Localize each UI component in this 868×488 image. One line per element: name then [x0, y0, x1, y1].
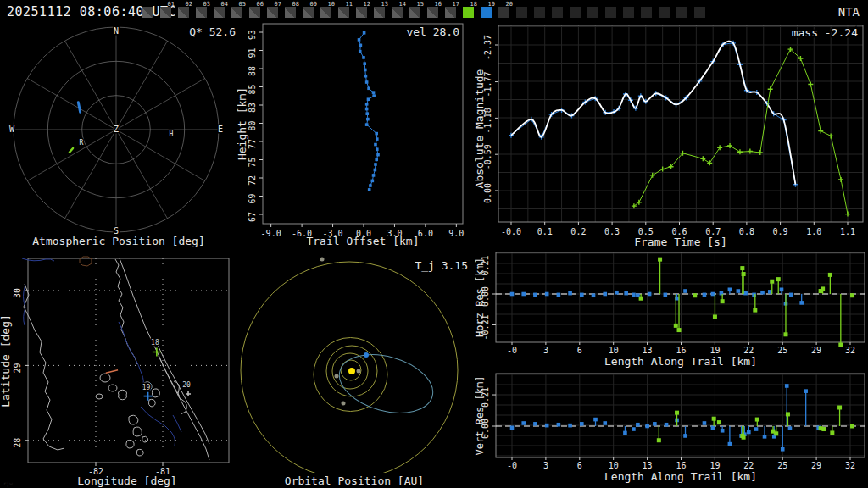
x-tick: 1.1: [840, 227, 855, 236]
y-tick: 77: [248, 139, 257, 149]
plot-title-q: Q* 52.6: [189, 25, 236, 38]
frame-thumb-10[interactable]: 10: [320, 2, 331, 19]
frame-thumb-09[interactable]: 09: [303, 2, 314, 19]
y-tick: 88: [248, 66, 257, 76]
frame-thumb-image: [445, 7, 456, 18]
station-label-20: 20: [182, 381, 191, 389]
y-tick: 91: [248, 47, 257, 58]
top-bar: 20251112 08:06:40 UTC 010203040506070809…: [0, 0, 868, 22]
frame-thumb-11[interactable]: 11: [338, 2, 349, 19]
y-tick: 85: [248, 84, 257, 94]
frame-thumb-image: [659, 7, 670, 18]
x-tick: 0.2: [570, 227, 586, 236]
x-tick: 25: [777, 346, 787, 355]
frame-number: 20: [506, 2, 513, 8]
frame-thumb-x29[interactable]: [659, 2, 670, 19]
frame-thumb-13[interactable]: 13: [374, 2, 385, 19]
frame-thumb-06[interactable]: 06: [249, 2, 260, 19]
blue-residuals-group: [510, 384, 821, 451]
y-tick: 75: [248, 157, 257, 167]
frame-number: 14: [399, 2, 406, 8]
frame-number: 01: [168, 2, 175, 8]
axis-label-atmospheric: Atmospheric Position [deg]: [32, 235, 205, 247]
frame-number: 17: [453, 2, 459, 8]
frame-thumb-14[interactable]: 14: [392, 2, 403, 19]
frame-thumb-08[interactable]: 08: [285, 2, 296, 19]
axis-label-abs-magnitude: Absolute Magnitude: [475, 69, 486, 188]
frame-thumb-18[interactable]: 18: [463, 2, 474, 19]
frame-number: 16: [435, 2, 442, 8]
frame-thumb-16[interactable]: 16: [427, 2, 438, 19]
x-tick: 1.0: [806, 227, 821, 236]
frame-thumb-x27[interactable]: [623, 2, 634, 19]
axis-label-horz_res: Horz Res [km]: [475, 258, 486, 337]
frame-thumb-x23[interactable]: [552, 2, 563, 19]
x-tick: 3: [543, 346, 548, 355]
frame-thumb-04[interactable]: 04: [214, 2, 225, 19]
trail-offset-panel: -9.0-6.0-3.00.03.06.09.09391888583807775…: [237, 22, 475, 254]
x-tick: 13: [643, 346, 653, 355]
frame-thumb-image: [587, 7, 598, 18]
frame-thumb-image: [623, 7, 634, 18]
frame-thumb-x22[interactable]: [534, 2, 545, 19]
vertical-residuals-panel: -03610131619222529320.210.00Length Along…: [475, 367, 868, 488]
frame-thumb-image: [534, 7, 545, 18]
frame-thumb-19[interactable]: 19: [481, 2, 492, 19]
frame-thumb-image: [303, 7, 314, 18]
meteor-analysis-app: 20251112 08:06:40 UTC 010203040506070809…: [0, 0, 868, 488]
axis-ticks: [495, 45, 848, 225]
meteor-ground-trail: [106, 370, 118, 374]
frame-thumb-image: [463, 7, 474, 18]
station-code: NTA: [838, 5, 860, 19]
frame-thumb-07[interactable]: 07: [267, 2, 278, 19]
frame-thumb-03[interactable]: 03: [196, 2, 207, 19]
x-tick: -0: [507, 346, 517, 355]
frame-thumb-x28[interactable]: [641, 2, 652, 19]
trail-series: [358, 31, 380, 191]
frame-thumb-image: [214, 7, 225, 18]
horizontal-residuals-panel: -03610131619222529320.210.00-0.21Length …: [475, 250, 868, 371]
frame-thumb-05[interactable]: 05: [231, 2, 242, 19]
frame-thumb-02[interactable]: 02: [178, 2, 189, 19]
axis-label-length-along-trail: Length Along Trail [km]: [604, 355, 757, 368]
frame-thumb-01[interactable]: 01: [160, 2, 171, 19]
frame-thumb-x31[interactable]: [694, 2, 705, 19]
zenith-label: Z: [114, 125, 119, 134]
frame-number: 05: [239, 2, 246, 8]
plot-title-tj: T_j 3.15: [415, 259, 468, 272]
plot-title-mass: mass -2.24: [792, 26, 858, 39]
x-tick: 16: [676, 461, 686, 470]
frame-thumb-image: [196, 7, 207, 18]
frame-thumb-15[interactable]: 15: [409, 2, 420, 19]
y-tick: 28: [13, 438, 22, 448]
y-tick: 72: [248, 175, 257, 186]
frame-thumb-image: [356, 7, 367, 18]
frame-number: 18: [470, 2, 477, 8]
compass-west: W: [9, 125, 15, 134]
frame-thumb-x26[interactable]: [605, 2, 616, 19]
frame-thumb-12[interactable]: 12: [356, 2, 367, 19]
x-tick: -0.0: [501, 227, 521, 236]
frame-thumb-image: [267, 7, 278, 18]
x-tick: 32: [845, 461, 855, 470]
frame-thumb-20[interactable]: 20: [498, 2, 509, 19]
frame-thumb-image: [694, 7, 705, 18]
x-tick: 9.0: [448, 229, 464, 238]
orbital-position-panel: T_j 3.15Orbital Position [AU]: [237, 254, 475, 488]
frame-thumb-image: [570, 7, 581, 18]
radiant-marker-H: H: [170, 130, 174, 138]
x-tick: 10: [609, 461, 619, 470]
x-tick: 6: [577, 346, 582, 355]
axis-label-latitude: Latitude [deg]: [0, 314, 12, 408]
y-tick: 69: [248, 193, 257, 203]
frame-thumb-image: [516, 7, 527, 18]
frame-thumb-x24[interactable]: [570, 2, 581, 19]
axis-label-trail-offset: Trail Offset [km]: [306, 235, 419, 247]
axis-label-orbital-position: Orbital Position [AU]: [285, 474, 424, 487]
frame-thumb-x25[interactable]: [587, 2, 598, 19]
green-residuals-group: [639, 258, 854, 347]
frame-thumb-x21[interactable]: [516, 2, 527, 19]
frame-thumb-17[interactable]: 17: [445, 2, 456, 19]
frame-thumb-x0[interactable]: [142, 2, 153, 19]
frame-thumb-x30[interactable]: [676, 2, 687, 19]
